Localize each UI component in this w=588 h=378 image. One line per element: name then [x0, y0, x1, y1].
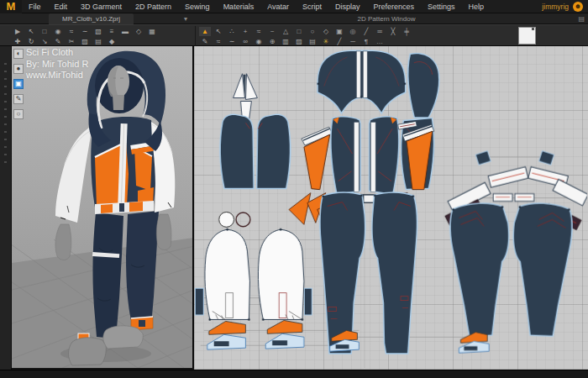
pattern-hood-gussets[interactable] [233, 74, 257, 121]
show-sewing-icon[interactable]: ✳ [320, 37, 332, 46]
user-avatar-icon[interactable]: ☻ [573, 2, 583, 12]
watermark-line2: By: Mir Tohid R [26, 59, 88, 71]
pattern-side-panel-right[interactable] [398, 118, 434, 189]
toolbar-2d-row1: ▲↖∴+≈~△□○◇▣◎╱═╳╪ [199, 27, 501, 36]
record-icon[interactable]: ● [13, 64, 24, 74]
select-box-icon[interactable]: □ [39, 27, 50, 36]
menu-script[interactable]: Script [296, 0, 328, 13]
circle-icon[interactable]: ○ [307, 27, 318, 36]
toolbar-2d-row2: ✎≈∼∞◉⊕▥▨▤✳╱─¶… [199, 37, 501, 46]
texture-edit-icon[interactable]: ▨ [293, 37, 305, 46]
steam-icon[interactable]: ◆ [106, 37, 118, 46]
symmetric-paste-icon[interactable]: ▥ [280, 37, 291, 46]
pin-icon[interactable]: ◉ [52, 27, 64, 36]
edit-sewing-icon[interactable]: ✎ [199, 37, 211, 46]
internal-line-icon[interactable]: ╱ [360, 27, 372, 36]
watermark-line3: www.MirTohid [26, 70, 88, 81]
toolbar-3d-row1: ▶↖□◉≈∼▧≡▬◇▦ [12, 27, 192, 36]
pen-3d-icon[interactable]: ✎ [52, 37, 64, 46]
grid-snap-icon[interactable]: ▦ [146, 27, 158, 36]
curve-point-icon[interactable]: ~ [266, 27, 278, 36]
segment-sew-icon[interactable]: ≈ [213, 37, 224, 46]
free-sewing-icon[interactable]: ∼ [79, 27, 91, 36]
main-area: ◐●▣✎○ Sci Fi Cloth By: Mir Tohid R www.M… [0, 46, 588, 370]
segment-sewing-icon[interactable]: ≈ [66, 27, 77, 36]
pattern-sleeves[interactable] [196, 212, 312, 319]
pattern-hood-side[interactable] [408, 54, 438, 117]
pane-2d-title: 2D Pattern Window [195, 13, 578, 24]
edit-pattern-icon[interactable]: ↖ [213, 27, 224, 36]
menu-sewing[interactable]: Sewing [178, 0, 217, 13]
tape-measure-icon[interactable]: ─ [347, 37, 359, 46]
pattern-pants-back-group[interactable] [445, 151, 587, 353]
internal-rectangle-icon[interactable]: ▣ [333, 27, 345, 36]
menu-edit[interactable]: Edit [48, 0, 75, 13]
toolbar-area: ▶↖□◉≈∼▧≡▬◇▦ ✚↻↘✎✂▨▤◆ ▲↖∴+≈~△□○◇▣◎╱═╳╪ ✎≈… [0, 24, 588, 46]
file-tab[interactable]: MR_Cloth_v10.Zprj [49, 13, 134, 24]
notch-icon[interactable]: ╪ [401, 27, 412, 36]
menu-file[interactable]: File [22, 0, 48, 13]
menu-display[interactable]: Display [328, 0, 367, 13]
fold-arrangement-icon[interactable]: ▧ [92, 27, 104, 36]
menu-materials[interactable]: Materials [217, 0, 261, 13]
snapshot-icon[interactable]: ◐ [13, 49, 24, 59]
grade-icon[interactable]: ▤ [307, 37, 318, 46]
avatar-3d-render [12, 46, 194, 368]
menu-settings[interactable]: Settings [421, 0, 462, 13]
edit-curve-icon[interactable]: ≈ [253, 27, 265, 36]
comment-icon[interactable]: … [374, 37, 386, 46]
avatar-tape-icon[interactable]: ▬ [119, 27, 131, 36]
pattern-canvas [194, 46, 587, 368]
menu-3d-garment[interactable]: 3D Garment [74, 0, 129, 13]
seam-cut-icon[interactable]: ╳ [387, 27, 399, 36]
color-swatch-white[interactable] [518, 27, 536, 45]
scissors-icon[interactable]: ✂ [66, 37, 77, 46]
viewport-mode-icon[interactable]: ▣ [13, 79, 24, 89]
menu-2d-pattern[interactable]: 2D Pattern [129, 0, 178, 13]
edit-point-icon[interactable]: ∴ [226, 27, 238, 36]
wind-icon[interactable]: ≡ [106, 27, 118, 36]
pattern-side-panel-left[interactable] [302, 127, 333, 189]
toolbar-separator [195, 26, 196, 46]
pattern-pants-front[interactable] [321, 193, 417, 353]
paint-icon[interactable]: ✎ [13, 94, 24, 104]
gizmo-rotate-icon[interactable]: ↻ [25, 37, 37, 46]
menu-help[interactable]: Help [462, 0, 491, 13]
flatten-icon[interactable]: ◇ [133, 27, 144, 36]
transform-pattern-icon[interactable]: ▲ [199, 27, 211, 36]
texture-3d-icon[interactable]: ▨ [79, 37, 91, 46]
annotate-icon[interactable]: ¶ [360, 37, 372, 46]
menu-preferences[interactable]: Preferences [367, 0, 422, 13]
tack-icon[interactable]: ⊕ [266, 37, 278, 46]
username-label[interactable]: jimmyrig [542, 3, 569, 11]
free-sew-icon[interactable]: ∼ [226, 37, 238, 46]
pattern-hood-main[interactable] [318, 51, 405, 112]
add-point-icon[interactable]: + [239, 27, 251, 36]
pattern-back-panels[interactable] [221, 115, 290, 188]
pane-corner-icon[interactable]: ▤ [578, 14, 585, 24]
gizmo-move-icon[interactable]: ✚ [12, 37, 24, 46]
polygon-icon[interactable]: △ [280, 27, 291, 36]
light-icon[interactable]: ○ [13, 109, 24, 119]
watermark-line1: Sci Fi Cloth [26, 47, 88, 59]
arrangement-icon[interactable]: ▤ [92, 37, 104, 46]
viewport-side-icons: ◐●▣✎○ [13, 49, 24, 119]
gizmo-scale-icon[interactable]: ↘ [39, 37, 50, 46]
internal-circle-icon[interactable]: ◎ [347, 27, 359, 36]
select-move-icon[interactable]: ↖ [25, 27, 37, 36]
measure-icon[interactable]: ╱ [333, 37, 345, 46]
menubar-right: jimmyrig ☻ [542, 2, 588, 12]
collapsed-panel-strip[interactable] [0, 46, 12, 370]
app-logo[interactable]: M [0, 0, 22, 13]
viewport-3d[interactable]: ◐●▣✎○ Sci Fi Cloth By: Mir Tohid R www.M… [12, 46, 194, 368]
trace-icon[interactable]: ═ [374, 27, 386, 36]
mn-sew-icon[interactable]: ∞ [239, 37, 251, 46]
dart-icon[interactable]: ◇ [320, 27, 332, 36]
simulate-icon[interactable]: ▶ [12, 27, 24, 36]
pane-menu-icon[interactable]: ▾ [184, 14, 187, 24]
rectangle-icon[interactable]: □ [293, 27, 305, 36]
pin-2d-icon[interactable]: ◉ [253, 37, 265, 46]
pattern-2d-window[interactable] [194, 46, 588, 370]
tab-row: MR_Cloth_v10.Zprj ▾ 2D Pattern Window ▤ [0, 13, 588, 24]
menu-avatar[interactable]: Avatar [260, 0, 296, 13]
